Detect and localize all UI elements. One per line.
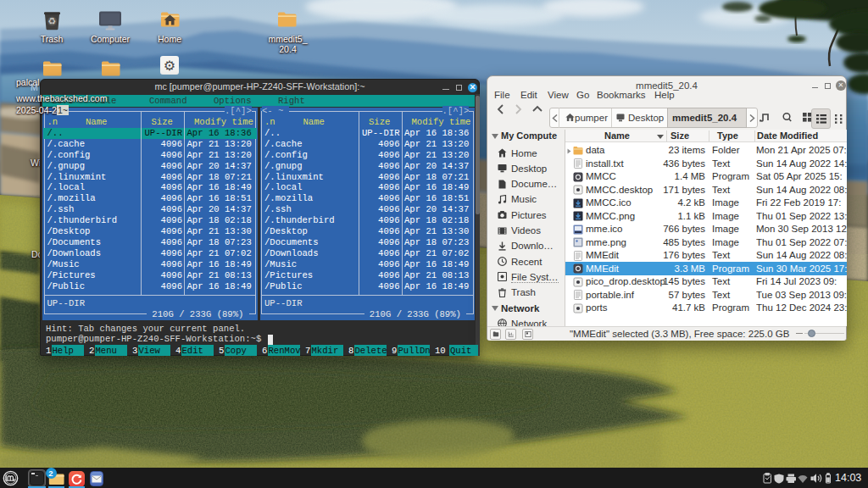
- svg-text:⚙: ⚙: [164, 58, 175, 73]
- svg-text:♻: ♻: [48, 16, 57, 26]
